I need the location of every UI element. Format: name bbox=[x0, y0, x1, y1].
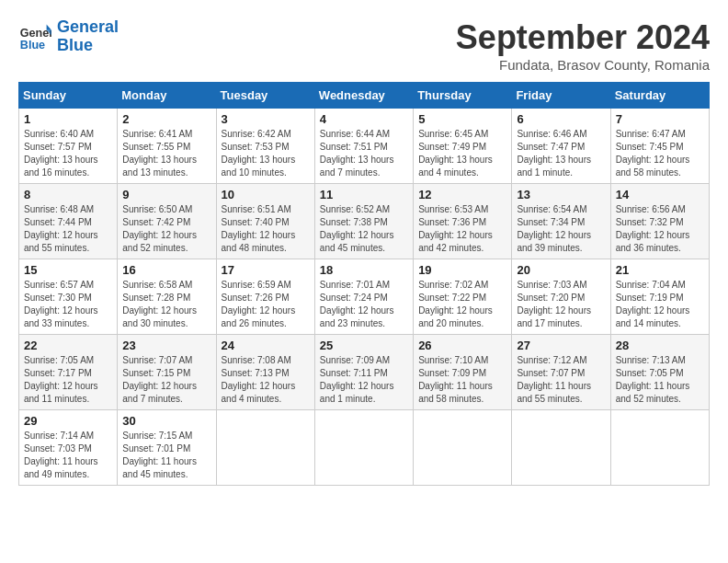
calendar-cell bbox=[610, 410, 709, 486]
weekday-header-sunday: Sunday bbox=[19, 83, 118, 109]
day-number: 6 bbox=[517, 112, 605, 126]
calendar-week-row: 22Sunrise: 7:05 AM Sunset: 7:17 PM Dayli… bbox=[19, 335, 710, 410]
day-number: 26 bbox=[418, 339, 506, 352]
day-number: 22 bbox=[24, 339, 112, 352]
day-info: Sunrise: 7:03 AM Sunset: 7:20 PM Dayligh… bbox=[517, 279, 605, 330]
calendar-cell: 21Sunrise: 7:04 AM Sunset: 7:19 PM Dayli… bbox=[610, 259, 709, 335]
calendar-cell: 14Sunrise: 6:56 AM Sunset: 7:32 PM Dayli… bbox=[610, 184, 709, 259]
day-number: 12 bbox=[418, 188, 506, 201]
day-number: 13 bbox=[517, 188, 605, 201]
day-info: Sunrise: 7:07 AM Sunset: 7:15 PM Dayligh… bbox=[122, 354, 210, 406]
location-title: Fundata, Brasov County, Romania bbox=[456, 57, 710, 73]
weekday-header-thursday: Thursday bbox=[414, 83, 512, 109]
day-number: 5 bbox=[418, 112, 506, 126]
day-info: Sunrise: 6:45 AM Sunset: 7:49 PM Dayligh… bbox=[418, 128, 506, 179]
day-number: 15 bbox=[24, 263, 112, 277]
month-title: September 2024 bbox=[456, 18, 710, 57]
calendar-cell: 3Sunrise: 6:42 AM Sunset: 7:53 PM Daylig… bbox=[216, 109, 314, 184]
calendar-cell bbox=[216, 410, 314, 486]
day-number: 17 bbox=[222, 263, 310, 277]
day-number: 16 bbox=[122, 263, 210, 277]
calendar-cell: 6Sunrise: 6:46 AM Sunset: 7:47 PM Daylig… bbox=[512, 109, 610, 184]
weekday-header-monday: Monday bbox=[118, 83, 216, 109]
day-number: 10 bbox=[222, 188, 310, 201]
page-header: General Blue General Blue September 2024… bbox=[18, 18, 710, 73]
day-number: 24 bbox=[222, 339, 310, 352]
calendar-cell: 16Sunrise: 6:58 AM Sunset: 7:28 PM Dayli… bbox=[118, 259, 216, 335]
day-info: Sunrise: 6:56 AM Sunset: 7:32 PM Dayligh… bbox=[616, 203, 704, 255]
calendar-cell: 4Sunrise: 6:44 AM Sunset: 7:51 PM Daylig… bbox=[314, 109, 413, 184]
calendar-cell: 7Sunrise: 6:47 AM Sunset: 7:45 PM Daylig… bbox=[610, 109, 709, 184]
calendar-cell: 9Sunrise: 6:50 AM Sunset: 7:42 PM Daylig… bbox=[118, 184, 216, 259]
day-info: Sunrise: 6:53 AM Sunset: 7:36 PM Dayligh… bbox=[418, 203, 506, 255]
day-info: Sunrise: 6:54 AM Sunset: 7:34 PM Dayligh… bbox=[517, 203, 605, 255]
calendar-cell bbox=[414, 410, 512, 486]
logo: General Blue General Blue bbox=[18, 18, 119, 55]
day-info: Sunrise: 6:59 AM Sunset: 7:26 PM Dayligh… bbox=[222, 279, 310, 330]
calendar-cell: 10Sunrise: 6:51 AM Sunset: 7:40 PM Dayli… bbox=[216, 184, 314, 259]
day-number: 28 bbox=[616, 339, 704, 352]
calendar-cell: 22Sunrise: 7:05 AM Sunset: 7:17 PM Dayli… bbox=[19, 335, 118, 410]
day-number: 18 bbox=[320, 263, 408, 277]
calendar-week-row: 1Sunrise: 6:40 AM Sunset: 7:57 PM Daylig… bbox=[19, 109, 710, 184]
calendar-cell: 1Sunrise: 6:40 AM Sunset: 7:57 PM Daylig… bbox=[19, 109, 118, 184]
day-info: Sunrise: 6:52 AM Sunset: 7:38 PM Dayligh… bbox=[320, 203, 408, 255]
calendar-cell: 27Sunrise: 7:12 AM Sunset: 7:07 PM Dayli… bbox=[512, 335, 610, 410]
weekday-header-wednesday: Wednesday bbox=[314, 83, 413, 109]
weekday-header-row: SundayMondayTuesdayWednesdayThursdayFrid… bbox=[19, 83, 710, 109]
day-info: Sunrise: 6:57 AM Sunset: 7:30 PM Dayligh… bbox=[24, 279, 112, 330]
day-info: Sunrise: 6:47 AM Sunset: 7:45 PM Dayligh… bbox=[616, 128, 704, 179]
calendar-cell: 18Sunrise: 7:01 AM Sunset: 7:24 PM Dayli… bbox=[314, 259, 413, 335]
day-info: Sunrise: 7:14 AM Sunset: 7:03 PM Dayligh… bbox=[24, 430, 112, 481]
logo-text-line2: Blue bbox=[57, 37, 119, 55]
title-area: September 2024 Fundata, Brasov County, R… bbox=[456, 18, 710, 73]
calendar-cell: 28Sunrise: 7:13 AM Sunset: 7:05 PM Dayli… bbox=[610, 335, 709, 410]
day-number: 30 bbox=[122, 414, 210, 428]
calendar-cell: 15Sunrise: 6:57 AM Sunset: 7:30 PM Dayli… bbox=[19, 259, 118, 335]
day-info: Sunrise: 6:44 AM Sunset: 7:51 PM Dayligh… bbox=[320, 128, 408, 179]
calendar-cell: 17Sunrise: 6:59 AM Sunset: 7:26 PM Dayli… bbox=[216, 259, 314, 335]
day-info: Sunrise: 7:15 AM Sunset: 7:01 PM Dayligh… bbox=[122, 430, 210, 481]
calendar-cell: 26Sunrise: 7:10 AM Sunset: 7:09 PM Dayli… bbox=[414, 335, 512, 410]
day-number: 8 bbox=[24, 188, 112, 201]
day-info: Sunrise: 7:02 AM Sunset: 7:22 PM Dayligh… bbox=[418, 279, 506, 330]
day-info: Sunrise: 7:09 AM Sunset: 7:11 PM Dayligh… bbox=[320, 354, 408, 406]
day-info: Sunrise: 6:51 AM Sunset: 7:40 PM Dayligh… bbox=[222, 203, 310, 255]
calendar-cell: 23Sunrise: 7:07 AM Sunset: 7:15 PM Dayli… bbox=[118, 335, 216, 410]
calendar-cell: 2Sunrise: 6:41 AM Sunset: 7:55 PM Daylig… bbox=[118, 109, 216, 184]
weekday-header-tuesday: Tuesday bbox=[216, 83, 314, 109]
day-number: 7 bbox=[616, 112, 704, 126]
day-number: 20 bbox=[517, 263, 605, 277]
calendar-cell: 30Sunrise: 7:15 AM Sunset: 7:01 PM Dayli… bbox=[118, 410, 216, 486]
day-info: Sunrise: 6:41 AM Sunset: 7:55 PM Dayligh… bbox=[122, 128, 210, 179]
day-info: Sunrise: 7:01 AM Sunset: 7:24 PM Dayligh… bbox=[320, 279, 408, 330]
day-number: 23 bbox=[122, 339, 210, 352]
calendar-cell: 20Sunrise: 7:03 AM Sunset: 7:20 PM Dayli… bbox=[512, 259, 610, 335]
calendar-cell bbox=[314, 410, 413, 486]
calendar-cell: 11Sunrise: 6:52 AM Sunset: 7:38 PM Dayli… bbox=[314, 184, 413, 259]
calendar-cell: 29Sunrise: 7:14 AM Sunset: 7:03 PM Dayli… bbox=[19, 410, 118, 486]
day-info: Sunrise: 7:05 AM Sunset: 7:17 PM Dayligh… bbox=[24, 354, 112, 406]
calendar-cell: 8Sunrise: 6:48 AM Sunset: 7:44 PM Daylig… bbox=[19, 184, 118, 259]
calendar-cell: 25Sunrise: 7:09 AM Sunset: 7:11 PM Dayli… bbox=[314, 335, 413, 410]
day-info: Sunrise: 7:12 AM Sunset: 7:07 PM Dayligh… bbox=[517, 354, 605, 406]
calendar-table: SundayMondayTuesdayWednesdayThursdayFrid… bbox=[18, 82, 710, 486]
logo-text-line1: General bbox=[57, 18, 119, 37]
calendar-week-row: 8Sunrise: 6:48 AM Sunset: 7:44 PM Daylig… bbox=[19, 184, 710, 259]
day-number: 1 bbox=[24, 112, 112, 126]
day-number: 27 bbox=[517, 339, 605, 352]
day-info: Sunrise: 7:10 AM Sunset: 7:09 PM Dayligh… bbox=[418, 354, 506, 406]
day-info: Sunrise: 6:40 AM Sunset: 7:57 PM Dayligh… bbox=[24, 128, 112, 179]
day-number: 21 bbox=[616, 263, 704, 277]
weekday-header-saturday: Saturday bbox=[610, 83, 709, 109]
calendar-cell bbox=[512, 410, 610, 486]
day-info: Sunrise: 7:13 AM Sunset: 7:05 PM Dayligh… bbox=[616, 354, 704, 406]
calendar-cell: 24Sunrise: 7:08 AM Sunset: 7:13 PM Dayli… bbox=[216, 335, 314, 410]
weekday-header-friday: Friday bbox=[512, 83, 610, 109]
day-info: Sunrise: 6:42 AM Sunset: 7:53 PM Dayligh… bbox=[222, 128, 310, 179]
calendar-cell: 5Sunrise: 6:45 AM Sunset: 7:49 PM Daylig… bbox=[414, 109, 512, 184]
day-info: Sunrise: 6:48 AM Sunset: 7:44 PM Dayligh… bbox=[24, 203, 112, 255]
day-number: 4 bbox=[320, 112, 408, 126]
day-info: Sunrise: 6:58 AM Sunset: 7:28 PM Dayligh… bbox=[122, 279, 210, 330]
logo-icon: General Blue bbox=[18, 20, 51, 53]
